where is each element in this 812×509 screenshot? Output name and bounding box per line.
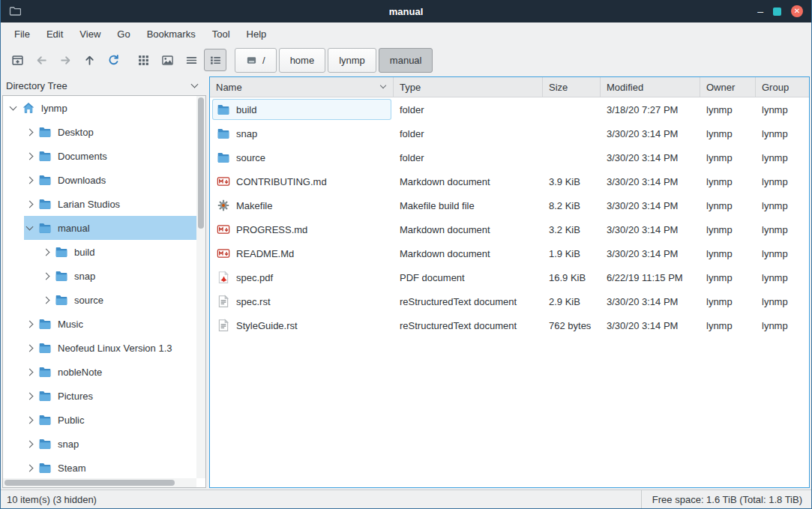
file-name-wrap: build: [213, 100, 391, 119]
column-header-type[interactable]: Type: [394, 77, 543, 97]
tree-item-label: Downloads: [58, 175, 106, 186]
tree-item-content: snap: [40, 264, 196, 288]
tree-item-lynmp[interactable]: lynmp: [3, 96, 196, 120]
chevron-right-icon[interactable]: [26, 368, 34, 376]
tree-item-downloads[interactable]: Downloads: [3, 168, 196, 192]
tree-item-desktop[interactable]: Desktop: [3, 120, 196, 144]
scrollbar-thumb[interactable]: [198, 97, 204, 229]
column-header-owner[interactable]: Owner: [700, 77, 756, 97]
menu-help[interactable]: Help: [238, 25, 275, 43]
toolbar-buttons: [6, 49, 228, 71]
chevron-right-icon[interactable]: [26, 152, 34, 160]
file-modified: 3/30/20 3:14 PM: [601, 145, 700, 169]
file-row-styleguide-rst[interactable]: StyleGuide.rstreStructuredText document7…: [210, 313, 809, 337]
file-row-spec-rst[interactable]: spec.rstreStructuredText document2.9 KiB…: [210, 289, 809, 313]
chevron-down-icon[interactable]: [10, 103, 17, 110]
tree-item-pictures[interactable]: Pictures: [3, 384, 196, 408]
file-name-cell: Makefile: [210, 193, 394, 217]
chevron-right-icon[interactable]: [26, 392, 34, 400]
menu-file[interactable]: File: [6, 25, 38, 43]
column-header-name[interactable]: Name: [210, 77, 394, 97]
column-header-modified[interactable]: Modified: [601, 77, 700, 97]
file-owner: lynmp: [700, 145, 756, 169]
go-up-button[interactable]: [78, 49, 100, 71]
chevron-right-icon[interactable]: [26, 128, 34, 136]
folder-icon: [38, 149, 52, 163]
file-row-snap[interactable]: snapfolder3/30/20 3:14 PMlynmplynmp: [210, 121, 809, 145]
file-name-cell: spec.pdf: [210, 265, 394, 289]
path-root-button[interactable]: /: [235, 48, 277, 73]
tree-item-label: Neofeud Linux Version 1.3: [58, 343, 172, 354]
chevron-right-icon[interactable]: [26, 344, 34, 352]
minimize-button[interactable]: –: [757, 6, 763, 16]
tree-item-manual[interactable]: manual: [3, 216, 196, 240]
chevron-right-icon[interactable]: [26, 416, 34, 424]
tree-item-larian-studios[interactable]: Larian Studios: [3, 192, 196, 216]
title-bar[interactable]: manual – ✕: [1, 0, 811, 22]
menu-bookmarks[interactable]: Bookmarks: [139, 25, 204, 43]
tree-item-neofeud-linux-version-1-3[interactable]: Neofeud Linux Version 1.3: [3, 336, 196, 360]
chevron-right-icon[interactable]: [26, 320, 34, 328]
go-forward-button[interactable]: [54, 49, 76, 71]
sidebar-vertical-scrollbar[interactable]: [196, 96, 205, 478]
menu-view[interactable]: View: [71, 25, 109, 43]
file-owner: lynmp: [700, 193, 756, 217]
thumbnail-view-button[interactable]: [156, 49, 178, 71]
file-type: folder: [394, 97, 543, 121]
folder-icon: [38, 437, 52, 451]
tree-item-music[interactable]: Music: [3, 312, 196, 336]
file-group: lynmp: [756, 313, 809, 337]
scrollbar-thumb[interactable]: [4, 480, 175, 486]
chevron-right-icon[interactable]: [26, 176, 34, 184]
chevron-right-icon[interactable]: [26, 464, 34, 472]
tree-item-build[interactable]: build: [3, 240, 196, 264]
tree-item-noblenote[interactable]: nobleNote: [3, 360, 196, 384]
tree-item-label: Music: [58, 319, 83, 330]
menu-edit[interactable]: Edit: [38, 25, 71, 43]
file-row-makefile[interactable]: MakefileMakefile build file8.2 KiB3/30/2…: [210, 193, 809, 217]
chevron-right-icon[interactable]: [43, 248, 50, 256]
reload-button[interactable]: [102, 49, 124, 71]
file-row-spec-pdf[interactable]: spec.pdfPDF document16.9 KiB6/22/19 11:1…: [210, 265, 809, 289]
chevron-right-icon[interactable]: [43, 272, 50, 280]
new-tab-button[interactable]: [6, 49, 28, 71]
file-row-source[interactable]: sourcefolder3/30/20 3:14 PMlynmplynmp: [210, 145, 809, 169]
path-segment-manual[interactable]: manual: [379, 48, 433, 73]
tree-item-snap[interactable]: snap: [3, 264, 196, 288]
file-name-wrap: snap: [213, 124, 391, 143]
go-back-button[interactable]: [30, 49, 52, 71]
close-button[interactable]: ✕: [791, 5, 803, 17]
tree-item-steam[interactable]: Steam: [3, 456, 196, 478]
compact-view-button[interactable]: [180, 49, 202, 71]
path-segment-home[interactable]: home: [279, 48, 326, 73]
path-segment-lynmp[interactable]: lynmp: [328, 48, 376, 73]
file-row-readme-md[interactable]: README.MdMarkdown document1.9 KiB3/30/20…: [210, 241, 809, 265]
file-row-progress-md[interactable]: PROGRESS.mdMarkdown document3.2 KiB3/30/…: [210, 217, 809, 241]
menu-tool[interactable]: Tool: [204, 25, 238, 43]
file-type: reStructuredText document: [394, 289, 543, 313]
sidebar-horizontal-scrollbar[interactable]: [3, 478, 196, 487]
file-row-build[interactable]: buildfolder3/18/20 7:27 PMlynmplynmp: [210, 97, 809, 121]
maximize-button[interactable]: [773, 7, 781, 16]
column-header-size[interactable]: Size: [543, 77, 601, 97]
chevron-right-icon[interactable]: [26, 200, 34, 208]
file-name: README.Md: [236, 248, 294, 259]
column-header-group[interactable]: Group: [756, 77, 809, 97]
file-type: Makefile build file: [394, 193, 543, 217]
tree-item-source[interactable]: source: [3, 288, 196, 312]
sidebar-header[interactable]: Directory Tree: [2, 76, 206, 95]
icon-view-button[interactable]: [132, 49, 154, 71]
folder-icon: [38, 389, 52, 403]
tree-item-content: Pictures: [24, 384, 196, 408]
chevron-right-icon[interactable]: [43, 296, 50, 304]
tree-item-snap[interactable]: snap: [3, 432, 196, 456]
menu-bar: FileEditViewGoBookmarksToolHelp: [1, 22, 811, 45]
menu-go[interactable]: Go: [109, 25, 138, 43]
chevron-down-icon[interactable]: [26, 223, 34, 230]
tree-item-documents[interactable]: Documents: [3, 144, 196, 168]
chevron-right-icon[interactable]: [26, 440, 34, 448]
chevron-down-icon[interactable]: [191, 81, 199, 88]
tree-item-public[interactable]: Public: [3, 408, 196, 432]
detailed-list-view-button[interactable]: [204, 49, 226, 71]
file-row-contributing-md[interactable]: CONTRIBUTING.mdMarkdown document3.9 KiB3…: [210, 169, 809, 193]
